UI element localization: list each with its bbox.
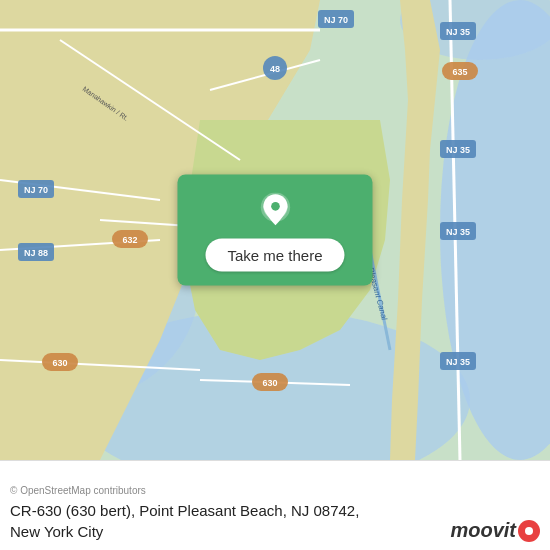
svg-text:48: 48	[270, 64, 280, 74]
green-card: Take me there	[177, 175, 372, 286]
svg-text:NJ 88: NJ 88	[24, 248, 48, 258]
svg-text:NJ 35: NJ 35	[446, 227, 470, 237]
moovit-dot-inner	[525, 527, 533, 535]
location-name: CR-630 (630 bert), Point Pleasant Beach,…	[10, 500, 359, 542]
svg-text:NJ 35: NJ 35	[446, 145, 470, 155]
svg-text:632: 632	[122, 235, 137, 245]
svg-text:NJ 35: NJ 35	[446, 27, 470, 37]
attribution: © OpenStreetMap contributors	[10, 485, 540, 496]
svg-text:NJ 70: NJ 70	[24, 185, 48, 195]
map-view: NJ 70 NJ 35 48 635 NJ 70 NJ 88 632 NJ 35…	[0, 0, 550, 460]
button-overlay: Take me there	[177, 175, 372, 286]
take-me-there-button[interactable]: Take me there	[205, 239, 344, 272]
bottom-bar: © OpenStreetMap contributors CR-630 (630…	[0, 460, 550, 550]
svg-point-44	[271, 202, 280, 211]
moovit-dot-icon	[518, 520, 540, 542]
svg-text:NJ 35: NJ 35	[446, 357, 470, 367]
svg-text:635: 635	[452, 67, 467, 77]
svg-text:630: 630	[262, 378, 277, 388]
moovit-logo: moovit	[450, 519, 540, 542]
svg-text:NJ 70: NJ 70	[324, 15, 348, 25]
moovit-brand-text: moovit	[450, 519, 516, 542]
svg-text:630: 630	[52, 358, 67, 368]
attribution-text: © OpenStreetMap contributors	[10, 485, 146, 496]
location-pin-icon	[256, 193, 294, 231]
